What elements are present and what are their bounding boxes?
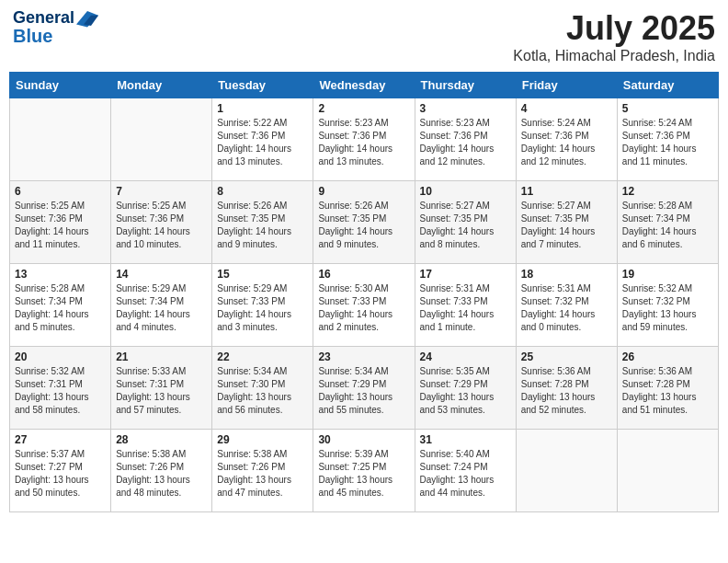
- calendar-cell: 22Sunrise: 5:34 AM Sunset: 7:30 PM Dayli…: [212, 347, 313, 430]
- calendar-cell: 29Sunrise: 5:38 AM Sunset: 7:26 PM Dayli…: [212, 430, 313, 512]
- calendar-cell: 26Sunrise: 5:36 AM Sunset: 7:28 PM Dayli…: [617, 347, 718, 430]
- weekday-header-friday: Friday: [516, 73, 617, 98]
- day-number: 31: [420, 433, 511, 446]
- weekday-header-row: SundayMondayTuesdayWednesdayThursdayFrid…: [10, 73, 719, 98]
- calendar-table: SundayMondayTuesdayWednesdayThursdayFrid…: [9, 72, 719, 512]
- day-info: Sunrise: 5:28 AM Sunset: 7:34 PM Dayligh…: [622, 200, 713, 251]
- day-info: Sunrise: 5:40 AM Sunset: 7:24 PM Dayligh…: [420, 448, 511, 500]
- day-number: 25: [521, 350, 612, 363]
- calendar-cell: 12Sunrise: 5:28 AM Sunset: 7:34 PM Dayli…: [617, 181, 718, 264]
- day-info: Sunrise: 5:30 AM Sunset: 7:33 PM Dayligh…: [318, 282, 409, 334]
- day-number: 14: [116, 268, 207, 281]
- calendar-cell: 7Sunrise: 5:25 AM Sunset: 7:36 PM Daylig…: [111, 181, 212, 264]
- weekday-header-wednesday: Wednesday: [313, 73, 415, 98]
- day-info: Sunrise: 5:36 AM Sunset: 7:28 PM Dayligh…: [521, 365, 612, 417]
- day-number: 13: [15, 268, 106, 281]
- day-number: 21: [116, 350, 207, 363]
- day-number: 6: [15, 185, 106, 198]
- calendar-cell: 20Sunrise: 5:32 AM Sunset: 7:31 PM Dayli…: [10, 347, 111, 430]
- calendar-cell: 5Sunrise: 5:24 AM Sunset: 7:36 PM Daylig…: [617, 98, 718, 181]
- calendar-cell: 6Sunrise: 5:25 AM Sunset: 7:36 PM Daylig…: [10, 181, 111, 264]
- title-block: July 2025 Kotla, Himachal Pradesh, India: [513, 9, 715, 64]
- day-info: Sunrise: 5:24 AM Sunset: 7:36 PM Dayligh…: [622, 117, 713, 168]
- calendar-cell: 3Sunrise: 5:23 AM Sunset: 7:36 PM Daylig…: [415, 98, 516, 181]
- day-info: Sunrise: 5:32 AM Sunset: 7:31 PM Dayligh…: [15, 365, 106, 417]
- day-number: 27: [15, 433, 106, 446]
- weekday-header-thursday: Thursday: [415, 73, 516, 98]
- weekday-header-sunday: Sunday: [10, 73, 111, 98]
- day-info: Sunrise: 5:24 AM Sunset: 7:36 PM Dayligh…: [521, 117, 612, 168]
- day-number: 29: [217, 433, 308, 446]
- day-info: Sunrise: 5:29 AM Sunset: 7:33 PM Dayligh…: [217, 282, 308, 334]
- calendar-cell: 21Sunrise: 5:33 AM Sunset: 7:31 PM Dayli…: [111, 347, 212, 430]
- day-info: Sunrise: 5:25 AM Sunset: 7:36 PM Dayligh…: [15, 200, 106, 251]
- calendar-cell: 13Sunrise: 5:28 AM Sunset: 7:34 PM Dayli…: [10, 264, 111, 347]
- calendar-cell: 1Sunrise: 5:22 AM Sunset: 7:36 PM Daylig…: [212, 98, 313, 181]
- day-number: 3: [420, 102, 511, 115]
- location-title: Kotla, Himachal Pradesh, India: [513, 48, 715, 64]
- weekday-header-monday: Monday: [111, 73, 212, 98]
- calendar-cell: 4Sunrise: 5:24 AM Sunset: 7:36 PM Daylig…: [516, 98, 617, 181]
- calendar-cell: 18Sunrise: 5:31 AM Sunset: 7:32 PM Dayli…: [516, 264, 617, 347]
- day-info: Sunrise: 5:26 AM Sunset: 7:35 PM Dayligh…: [217, 200, 308, 251]
- calendar-cell: [111, 98, 212, 181]
- day-number: 15: [217, 268, 308, 281]
- calendar-cell: [516, 430, 617, 512]
- day-number: 30: [318, 433, 409, 446]
- calendar-week-5: 27Sunrise: 5:37 AM Sunset: 7:27 PM Dayli…: [10, 430, 719, 512]
- calendar-cell: 14Sunrise: 5:29 AM Sunset: 7:34 PM Dayli…: [111, 264, 212, 347]
- day-info: Sunrise: 5:23 AM Sunset: 7:36 PM Dayligh…: [318, 117, 409, 168]
- calendar-cell: 30Sunrise: 5:39 AM Sunset: 7:25 PM Dayli…: [313, 430, 415, 512]
- month-title: July 2025: [513, 9, 715, 48]
- calendar-cell: 23Sunrise: 5:34 AM Sunset: 7:29 PM Dayli…: [313, 347, 415, 430]
- day-info: Sunrise: 5:31 AM Sunset: 7:33 PM Dayligh…: [420, 282, 511, 334]
- calendar-week-3: 13Sunrise: 5:28 AM Sunset: 7:34 PM Dayli…: [10, 264, 719, 347]
- calendar-cell: 9Sunrise: 5:26 AM Sunset: 7:35 PM Daylig…: [313, 181, 415, 264]
- day-number: 2: [318, 102, 409, 115]
- day-number: 20: [15, 350, 106, 363]
- day-info: Sunrise: 5:37 AM Sunset: 7:27 PM Dayligh…: [15, 448, 106, 500]
- day-info: Sunrise: 5:29 AM Sunset: 7:34 PM Dayligh…: [116, 282, 207, 334]
- calendar-week-4: 20Sunrise: 5:32 AM Sunset: 7:31 PM Dayli…: [10, 347, 719, 430]
- day-info: Sunrise: 5:25 AM Sunset: 7:36 PM Dayligh…: [116, 200, 207, 251]
- day-info: Sunrise: 5:32 AM Sunset: 7:32 PM Dayligh…: [622, 282, 713, 334]
- day-number: 17: [420, 268, 511, 281]
- day-number: 16: [318, 268, 409, 281]
- weekday-header-saturday: Saturday: [617, 73, 718, 98]
- calendar-cell: 27Sunrise: 5:37 AM Sunset: 7:27 PM Dayli…: [10, 430, 111, 512]
- day-info: Sunrise: 5:23 AM Sunset: 7:36 PM Dayligh…: [420, 117, 511, 168]
- day-info: Sunrise: 5:39 AM Sunset: 7:25 PM Dayligh…: [318, 448, 409, 500]
- calendar-cell: 25Sunrise: 5:36 AM Sunset: 7:28 PM Dayli…: [516, 347, 617, 430]
- day-number: 23: [318, 350, 409, 363]
- day-info: Sunrise: 5:35 AM Sunset: 7:29 PM Dayligh…: [420, 365, 511, 417]
- calendar-cell: 10Sunrise: 5:27 AM Sunset: 7:35 PM Dayli…: [415, 181, 516, 264]
- day-number: 22: [217, 350, 308, 363]
- day-info: Sunrise: 5:27 AM Sunset: 7:35 PM Dayligh…: [420, 200, 511, 251]
- logo-text-blue: Blue: [13, 26, 52, 46]
- day-info: Sunrise: 5:36 AM Sunset: 7:28 PM Dayligh…: [622, 365, 713, 417]
- day-info: Sunrise: 5:22 AM Sunset: 7:36 PM Dayligh…: [217, 117, 308, 168]
- calendar-week-2: 6Sunrise: 5:25 AM Sunset: 7:36 PM Daylig…: [10, 181, 719, 264]
- day-info: Sunrise: 5:27 AM Sunset: 7:35 PM Dayligh…: [521, 200, 612, 251]
- day-number: 8: [217, 185, 308, 198]
- day-info: Sunrise: 5:26 AM Sunset: 7:35 PM Dayligh…: [318, 200, 409, 251]
- calendar-cell: 17Sunrise: 5:31 AM Sunset: 7:33 PM Dayli…: [415, 264, 516, 347]
- calendar-week-1: 1Sunrise: 5:22 AM Sunset: 7:36 PM Daylig…: [10, 98, 719, 181]
- day-number: 9: [318, 185, 409, 198]
- calendar-cell: 16Sunrise: 5:30 AM Sunset: 7:33 PM Dayli…: [313, 264, 415, 347]
- day-number: 12: [622, 185, 713, 198]
- calendar-cell: 28Sunrise: 5:38 AM Sunset: 7:26 PM Dayli…: [111, 430, 212, 512]
- day-info: Sunrise: 5:33 AM Sunset: 7:31 PM Dayligh…: [116, 365, 207, 417]
- calendar-cell: [10, 98, 111, 181]
- calendar-cell: 2Sunrise: 5:23 AM Sunset: 7:36 PM Daylig…: [313, 98, 415, 181]
- calendar-cell: 8Sunrise: 5:26 AM Sunset: 7:35 PM Daylig…: [212, 181, 313, 264]
- day-number: 10: [420, 185, 511, 198]
- day-number: 4: [521, 102, 612, 115]
- calendar-cell: 24Sunrise: 5:35 AM Sunset: 7:29 PM Dayli…: [415, 347, 516, 430]
- calendar-cell: [617, 430, 718, 512]
- logo-icon: [76, 9, 98, 28]
- day-number: 26: [622, 350, 713, 363]
- day-info: Sunrise: 5:28 AM Sunset: 7:34 PM Dayligh…: [15, 282, 106, 334]
- logo: General Blue: [13, 9, 98, 46]
- calendar-cell: 31Sunrise: 5:40 AM Sunset: 7:24 PM Dayli…: [415, 430, 516, 512]
